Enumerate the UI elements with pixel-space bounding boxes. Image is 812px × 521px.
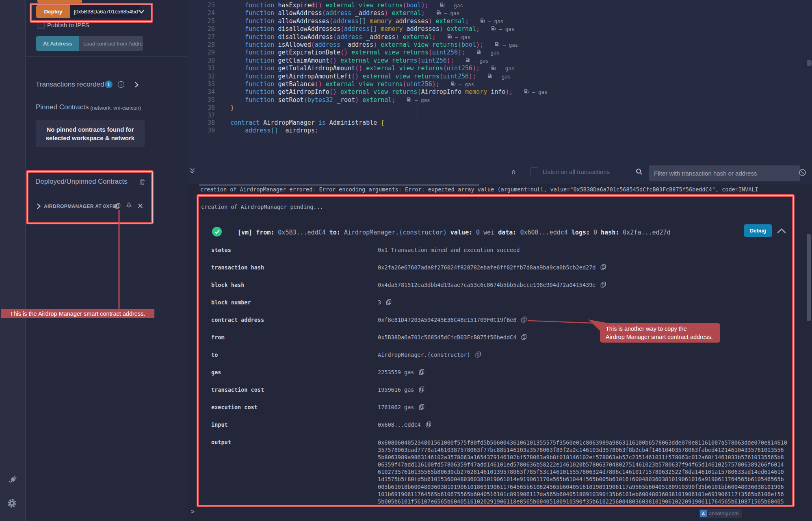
deployed-contract-label[interactable]: AIRDROPMANAGER AT 0XF8I — [44, 204, 117, 209]
code-line[interactable]: 27 function disallowAddress(address _add… — [187, 33, 812, 41]
copy-address-icon[interactable] — [115, 203, 121, 209]
tx-detail-row: block hash0x4da5781512ea3dbb4d19aae7ca53… — [211, 282, 787, 289]
code-line[interactable]: 37 — [187, 112, 812, 119]
no-pinned-contracts-card: No pinned contracts found forselected wo… — [36, 120, 145, 147]
gas-estimate-badge[interactable]: – gas — [524, 89, 547, 95]
gas-estimate-badge[interactable]: – gas — [495, 42, 518, 48]
gas-estimate-badge[interactable]: – gas — [436, 10, 459, 16]
clear-console-icon[interactable] — [799, 169, 806, 176]
terminal-prompt[interactable]: > — [191, 508, 195, 515]
transactions-expand-chevron-icon[interactable] — [134, 82, 139, 88]
copy-value-icon[interactable] — [475, 352, 481, 358]
collapse-tx-chevron-icon[interactable] — [777, 228, 786, 234]
settings-gear-icon[interactable] — [7, 498, 17, 508]
code-line[interactable]: 34 function getAirdropInfo() external vi… — [187, 88, 812, 96]
code-line[interactable]: 39 address[] _airdrops; — [187, 127, 812, 134]
gas-pump-icon — [495, 41, 500, 47]
gas-estimate-badge[interactable]: – gas — [407, 97, 430, 103]
code-line[interactable]: 33 function getBalance() external view r… — [187, 80, 812, 88]
line-number: 27 — [187, 33, 215, 41]
copy-value-icon[interactable] — [521, 317, 527, 323]
copy-value-icon[interactable] — [419, 404, 424, 410]
pinned-contracts-title: Pinned Contracts — [36, 103, 89, 111]
at-address-input[interactable] — [79, 36, 143, 51]
gas-estimate-badge[interactable]: – gas — [491, 26, 514, 32]
code-line[interactable]: 31 function getTotalAirdropAmount() exte… — [187, 65, 812, 72]
gas-estimate-badge[interactable]: – gas — [476, 50, 500, 56]
chevron-down-icon[interactable] — [138, 9, 145, 14]
tx-detail-label: contract address — [211, 317, 378, 323]
listen-count: 0 — [512, 169, 515, 176]
code-line[interactable]: 25 function allowAddresses(address[] mem… — [187, 17, 812, 25]
divider — [32, 212, 146, 212]
copy-value-icon[interactable] — [600, 264, 606, 270]
code-text: } — [230, 104, 234, 111]
output-hex-block[interactable]: 0x608060405234801561000f575f80fd5b506004… — [378, 439, 787, 505]
gas-pump-icon — [440, 2, 445, 7]
contract-expand-chevron-icon[interactable] — [37, 203, 41, 209]
tx-detail-value: 0x2fa26e67607ada8f276024f828782ebafe6ff0… — [378, 264, 606, 271]
terminal-expand-icon[interactable] — [189, 167, 195, 174]
deploy-button[interactable]: Deploy — [36, 5, 70, 18]
copy-value-icon[interactable] — [419, 369, 424, 375]
gas-pump-icon — [487, 73, 492, 78]
gas-estimate-badge[interactable]: – gas — [491, 65, 514, 72]
divider — [26, 96, 187, 96]
remove-contract-icon[interactable] — [138, 203, 143, 208]
code-text: function disallowAddresses(address[] mem… — [230, 25, 514, 33]
gas-estimate-badge[interactable]: – gas — [466, 58, 489, 64]
gas-estimate-badge[interactable]: – gas — [440, 2, 463, 9]
tx-detail-label: from — [211, 334, 378, 341]
copy-value-icon[interactable] — [521, 334, 527, 340]
summary-value: 0 wei — [472, 229, 494, 236]
terminal-vertical-scrollbar[interactable] — [807, 234, 811, 321]
tx-success-check-icon — [212, 227, 222, 237]
tx-detail-row: input0x608...eddc4 — [211, 421, 787, 428]
code-line[interactable]: 24 function allowAddress(address _addres… — [187, 9, 812, 17]
code-editor[interactable]: 23 function hasExpired() external view r… — [187, 0, 812, 164]
code-line[interactable]: 29 function getExpirationDate() external… — [187, 49, 812, 56]
debug-button[interactable]: Debug — [744, 224, 772, 237]
copy-value-icon[interactable] — [386, 299, 392, 305]
pin-contract-icon[interactable] — [126, 202, 132, 209]
code-line[interactable]: 23 function hasExpired() external view r… — [187, 2, 812, 9]
copy-value-icon[interactable] — [419, 386, 424, 393]
gas-estimate-badge[interactable]: – gas — [451, 81, 474, 87]
gas-pump-icon — [491, 65, 496, 70]
line-number: 33 — [187, 80, 215, 88]
right-annotation-line1: This is another way to copy the — [606, 325, 715, 333]
publish-to-ipfs-checkbox[interactable] — [37, 21, 45, 29]
code-line[interactable]: 26 function disallowAddresses(address[] … — [187, 25, 812, 33]
gas-estimate-badge[interactable]: – gas — [487, 74, 511, 80]
tx-detail-row: gas2253559 gas — [211, 369, 787, 376]
deploy-run-sidebar — [26, 0, 187, 521]
code-line[interactable]: 38contract AirdropManager is Administrab… — [187, 119, 812, 126]
code-line[interactable]: 30 function getClaimAmount() external vi… — [187, 57, 812, 65]
info-icon[interactable] — [117, 81, 125, 88]
listen-all-transactions-checkbox[interactable] — [531, 167, 538, 175]
copy-value-icon[interactable] — [426, 421, 431, 428]
tx-summary-text[interactable]: [vm] from: 0x5B3...eddC4 to: AirdropMana… — [238, 229, 671, 236]
tx-details: status0x1 Transaction mined and executio… — [211, 247, 787, 516]
search-icon[interactable] — [636, 168, 643, 175]
code-line[interactable]: 36} — [187, 104, 812, 111]
at-address-button[interactable]: At Address — [36, 36, 79, 51]
tx-detail-value: 0x608060405234801561000f575f80fd5b506004… — [378, 439, 787, 505]
code-line[interactable]: 32 function getAirdropAmountLeft() exter… — [187, 73, 812, 80]
line-number: 37 — [187, 112, 215, 119]
vm-tag: [vm] — [238, 229, 256, 236]
code-text: function getClaimAmount() external view … — [230, 57, 489, 65]
trash-icon[interactable] — [139, 179, 145, 185]
code-line[interactable]: 35 function setRoot(bytes32 _root) exter… — [187, 96, 812, 104]
gas-estimate-badge[interactable]: – gas — [447, 34, 470, 40]
transaction-filter-input[interactable] — [649, 165, 800, 181]
tx-detail-value: 0x608...eddc4 — [378, 421, 431, 428]
gas-estimate-badge[interactable]: – gas — [480, 18, 503, 24]
plugin-manager-icon[interactable] — [8, 474, 19, 485]
code-line[interactable]: 28 function isAllowed(address _address) … — [187, 41, 812, 49]
tx-detail-label: status — [211, 247, 378, 254]
copy-value-icon[interactable] — [600, 282, 606, 288]
terminal-pending-line: creation of AirdropManager pending... — [201, 204, 323, 210]
constructor-args-field[interactable]: [0x5B38Da6a701c568545d — [70, 5, 140, 18]
editor-scrollbar[interactable] — [807, 60, 812, 66]
